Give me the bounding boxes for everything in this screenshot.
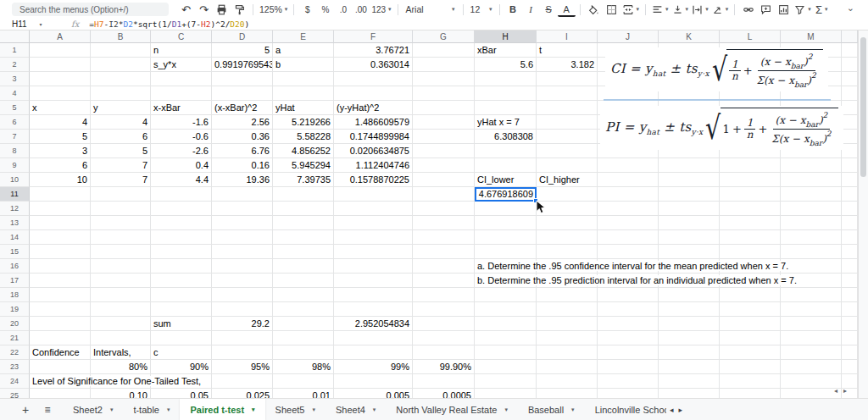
row-header-1[interactable]: 1	[0, 43, 30, 58]
cell-I11[interactable]	[537, 187, 598, 202]
cell-M10[interactable]	[781, 173, 842, 187]
font-select[interactable]: Arial▾	[403, 2, 459, 17]
cell-G17[interactable]	[413, 274, 475, 288]
row-header-19[interactable]: 19	[0, 302, 30, 317]
name-box[interactable]: H11 ▾	[0, 19, 56, 29]
cell-G21[interactable]	[413, 331, 475, 345]
cell-B8[interactable]: 5	[91, 144, 151, 158]
cell-H1[interactable]: xBar	[475, 43, 537, 58]
cell-E9[interactable]: 5.945294	[273, 158, 334, 173]
row-header-7[interactable]: 7	[0, 130, 30, 144]
cell-D16[interactable]	[212, 259, 273, 274]
row-header-24[interactable]: 24	[0, 374, 30, 389]
menu-search-input[interactable]: Search the menus (Option+/)	[12, 3, 169, 16]
cell-C16[interactable]	[151, 259, 212, 274]
cell-H25[interactable]	[475, 389, 537, 398]
cell-H24[interactable]	[475, 374, 537, 389]
hide-menus-button[interactable]: ⌄	[847, 3, 854, 14]
cell-G13[interactable]	[413, 216, 475, 230]
cell-D10[interactable]: 19.36	[212, 173, 273, 187]
cell-G11[interactable]	[413, 187, 475, 202]
cell-G12[interactable]	[413, 202, 475, 216]
row-header-18[interactable]: 18	[0, 288, 30, 302]
row-header-4[interactable]: 4	[0, 86, 30, 101]
cell-E25[interactable]: 0.01	[273, 389, 334, 398]
cell-H8[interactable]	[475, 144, 537, 158]
cell-M20[interactable]	[781, 317, 842, 331]
cell-J19[interactable]	[598, 302, 659, 317]
merge-cells-button[interactable]: ▾	[620, 2, 642, 17]
col-header-K[interactable]: K	[659, 30, 720, 43]
row-header-11[interactable]: 11	[0, 187, 30, 202]
cell-C5[interactable]: x-xBar	[151, 101, 212, 115]
cell-D12[interactable]	[212, 202, 273, 216]
col-header-partial[interactable]	[842, 30, 858, 43]
row-header-25[interactable]: 25	[0, 389, 30, 398]
cell-M12[interactable]	[781, 202, 842, 216]
cell-I14[interactable]	[537, 230, 598, 245]
cell-D22[interactable]	[212, 345, 273, 360]
cell-H12[interactable]	[475, 202, 537, 216]
row-header-12[interactable]: 12	[0, 202, 30, 216]
cell-G15[interactable]	[413, 245, 475, 259]
cell-C2[interactable]: s_y*x	[151, 58, 212, 72]
cell-A17[interactable]	[30, 274, 91, 288]
cell-J20[interactable]	[598, 317, 659, 331]
cell-G8[interactable]	[413, 144, 475, 158]
cell-D18[interactable]	[212, 288, 273, 302]
cell-H22[interactable]	[475, 345, 537, 360]
cell-A8[interactable]: 3	[30, 144, 91, 158]
cell-D5[interactable]: (x-xBar)^2	[212, 101, 273, 115]
cell-E15[interactable]	[273, 245, 334, 259]
cell-E12[interactable]	[273, 202, 334, 216]
row-header-22[interactable]: 22	[0, 345, 30, 360]
cell-E8[interactable]: 4.856252	[273, 144, 334, 158]
cell-A19[interactable]	[30, 302, 91, 317]
fill-color-button[interactable]	[585, 2, 603, 17]
cell-M22[interactable]	[781, 345, 842, 360]
cell-J22[interactable]	[598, 345, 659, 360]
cell-I5[interactable]	[537, 101, 598, 115]
cell-C17[interactable]	[151, 274, 212, 288]
cell-G22[interactable]	[413, 345, 475, 360]
cell-A16[interactable]	[30, 259, 91, 274]
cell-A21[interactable]	[30, 331, 91, 345]
cell-G25[interactable]: 0.0005	[413, 389, 475, 398]
cell-L12[interactable]	[720, 202, 781, 216]
italic-button[interactable]: I	[522, 2, 540, 17]
cell-B21[interactable]	[91, 331, 151, 345]
cell-partial[interactable]	[842, 345, 858, 360]
cell-F4[interactable]	[334, 86, 413, 101]
paint-format-button[interactable]	[231, 2, 248, 17]
cell-A10[interactable]: 10	[30, 173, 91, 187]
cell-J9[interactable]	[598, 158, 659, 173]
insert-comment-button[interactable]	[757, 2, 775, 17]
cell-partial[interactable]	[842, 360, 858, 374]
cell-K9[interactable]	[659, 158, 720, 173]
cell-M9[interactable]	[781, 158, 842, 173]
cell-H18[interactable]	[475, 288, 537, 302]
row-header-14[interactable]: 14	[0, 230, 30, 245]
cell-C14[interactable]	[151, 230, 212, 245]
cell-partial[interactable]	[842, 331, 858, 345]
cell-M18[interactable]	[781, 288, 842, 302]
bold-button[interactable]: B	[504, 2, 522, 17]
cell-H14[interactable]	[475, 230, 537, 245]
cell-partial[interactable]	[842, 259, 858, 274]
cell-C12[interactable]	[151, 202, 212, 216]
sheet-tab-sheet2[interactable]: Sheet2▾	[63, 399, 123, 420]
cell-E23[interactable]: 98%	[273, 360, 334, 374]
row-header-15[interactable]: 15	[0, 245, 30, 259]
cell-K15[interactable]	[659, 245, 720, 259]
cell-A4[interactable]	[30, 86, 91, 101]
cell-C10[interactable]: 4.4	[151, 173, 212, 187]
cell-A12[interactable]	[30, 202, 91, 216]
cell-L22[interactable]	[720, 345, 781, 360]
cell-partial[interactable]	[842, 43, 858, 58]
cell-H17[interactable]: b. Determine the .95 prediction interval…	[475, 274, 537, 288]
row-header-6[interactable]: 6	[0, 115, 30, 130]
cell-M21[interactable]	[781, 331, 842, 345]
cell-E4[interactable]	[273, 86, 334, 101]
cell-G20[interactable]	[413, 317, 475, 331]
cell-I1[interactable]: t	[537, 43, 598, 58]
